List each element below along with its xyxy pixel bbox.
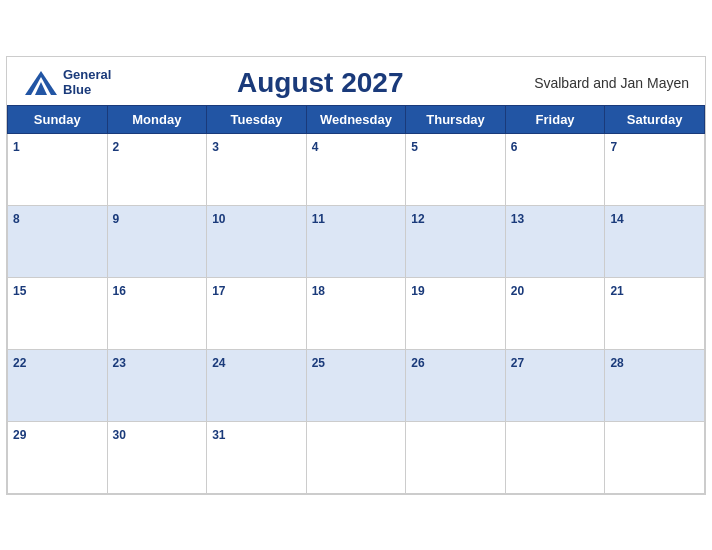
day-number: 2 [113, 140, 120, 154]
calendar-day-cell: 30 [107, 421, 207, 493]
day-number: 26 [411, 356, 424, 370]
day-number: 15 [13, 284, 26, 298]
calendar-header: General Blue August 2027 Svalbard and Ja… [7, 57, 705, 105]
calendar-week-row: 22232425262728 [8, 349, 705, 421]
calendar-day-cell: 28 [605, 349, 705, 421]
day-number: 23 [113, 356, 126, 370]
calendar-day-cell: 3 [207, 133, 307, 205]
calendar-day-cell: 22 [8, 349, 108, 421]
day-number: 12 [411, 212, 424, 226]
calendar-day-cell [605, 421, 705, 493]
calendar-day-cell: 25 [306, 349, 406, 421]
calendar-day-cell: 14 [605, 205, 705, 277]
day-number: 3 [212, 140, 219, 154]
calendar-day-cell: 12 [406, 205, 506, 277]
day-number: 4 [312, 140, 319, 154]
header-friday: Friday [505, 105, 605, 133]
day-number: 31 [212, 428, 225, 442]
header-sunday: Sunday [8, 105, 108, 133]
logo: General Blue [23, 68, 111, 97]
header-monday: Monday [107, 105, 207, 133]
header-tuesday: Tuesday [207, 105, 307, 133]
calendar-day-cell: 11 [306, 205, 406, 277]
day-number: 27 [511, 356, 524, 370]
calendar-day-cell: 5 [406, 133, 506, 205]
day-number: 19 [411, 284, 424, 298]
calendar-week-row: 15161718192021 [8, 277, 705, 349]
day-number: 22 [13, 356, 26, 370]
header-thursday: Thursday [406, 105, 506, 133]
day-number: 11 [312, 212, 325, 226]
day-number: 6 [511, 140, 518, 154]
day-number: 17 [212, 284, 225, 298]
day-number: 9 [113, 212, 120, 226]
day-number: 5 [411, 140, 418, 154]
region-label: Svalbard and Jan Mayen [529, 75, 689, 91]
calendar-day-cell: 7 [605, 133, 705, 205]
day-number: 28 [610, 356, 623, 370]
calendar-day-cell: 4 [306, 133, 406, 205]
calendar-day-cell: 16 [107, 277, 207, 349]
calendar-day-cell: 1 [8, 133, 108, 205]
calendar-day-cell: 8 [8, 205, 108, 277]
logo-icon [23, 69, 59, 97]
day-number: 18 [312, 284, 325, 298]
calendar-day-cell [306, 421, 406, 493]
header-wednesday: Wednesday [306, 105, 406, 133]
calendar-day-cell [406, 421, 506, 493]
calendar-day-cell: 29 [8, 421, 108, 493]
calendar-day-cell [505, 421, 605, 493]
day-number: 10 [212, 212, 225, 226]
day-number: 30 [113, 428, 126, 442]
calendar-day-cell: 17 [207, 277, 307, 349]
day-number: 20 [511, 284, 524, 298]
day-number: 7 [610, 140, 617, 154]
day-number: 24 [212, 356, 225, 370]
calendar-week-row: 891011121314 [8, 205, 705, 277]
calendar-day-cell: 24 [207, 349, 307, 421]
day-number: 25 [312, 356, 325, 370]
calendar-day-cell: 21 [605, 277, 705, 349]
logo-text-blue: Blue [63, 83, 111, 97]
calendar-day-cell: 13 [505, 205, 605, 277]
header-saturday: Saturday [605, 105, 705, 133]
calendar-day-cell: 31 [207, 421, 307, 493]
calendar-day-cell: 27 [505, 349, 605, 421]
month-title: August 2027 [111, 67, 529, 99]
calendar-day-cell: 23 [107, 349, 207, 421]
day-number: 29 [13, 428, 26, 442]
calendar-week-row: 1234567 [8, 133, 705, 205]
weekday-header-row: Sunday Monday Tuesday Wednesday Thursday… [8, 105, 705, 133]
calendar-day-cell: 15 [8, 277, 108, 349]
calendar-day-cell: 20 [505, 277, 605, 349]
calendar-day-cell: 18 [306, 277, 406, 349]
day-number: 8 [13, 212, 20, 226]
day-number: 21 [610, 284, 623, 298]
logo-text-general: General [63, 68, 111, 82]
calendar: General Blue August 2027 Svalbard and Ja… [6, 56, 706, 495]
calendar-day-cell: 2 [107, 133, 207, 205]
calendar-table: Sunday Monday Tuesday Wednesday Thursday… [7, 105, 705, 494]
calendar-day-cell: 6 [505, 133, 605, 205]
day-number: 14 [610, 212, 623, 226]
calendar-day-cell: 9 [107, 205, 207, 277]
calendar-week-row: 293031 [8, 421, 705, 493]
day-number: 13 [511, 212, 524, 226]
day-number: 16 [113, 284, 126, 298]
calendar-day-cell: 10 [207, 205, 307, 277]
day-number: 1 [13, 140, 20, 154]
calendar-day-cell: 19 [406, 277, 506, 349]
calendar-day-cell: 26 [406, 349, 506, 421]
